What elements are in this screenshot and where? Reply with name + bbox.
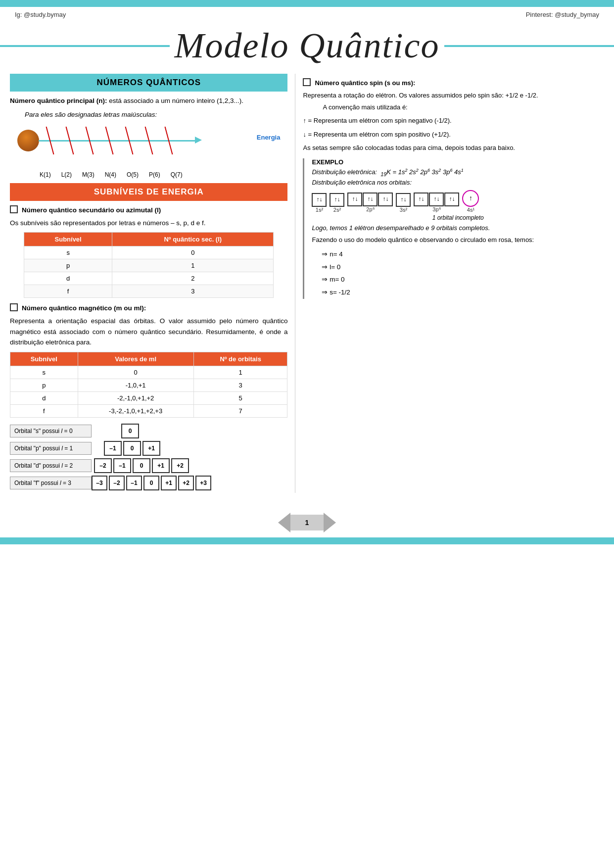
orbital-2s-boxes: ↑↓ — [330, 193, 344, 207]
orbital-2p-label: 2p⁶ — [366, 206, 374, 213]
magnetic-title-text: Número quântico secundário ou azimutal (… — [22, 206, 161, 214]
shell-p: P(6) — [149, 171, 160, 178]
orbital-box: +1 — [142, 441, 160, 456]
footer-bar — [0, 537, 614, 544]
orbital-box: +2 — [171, 458, 189, 473]
orbital-s-label: Orbital "s" possui l = 0 — [10, 425, 92, 437]
exemplo-label: EXEMPLO — [312, 158, 604, 166]
ribbon-right-icon — [324, 513, 336, 532]
spin-desc: Representa a rotação do elétron. Os valo… — [303, 90, 604, 100]
orbital-4s: ↑ 4s¹ — [462, 190, 479, 213]
arrow-head — [195, 137, 202, 144]
content-area: NÚMEROS QUÂNTICOS Número quântico princi… — [0, 69, 614, 498]
spin-up: ↑ = Representa um elétron com spin negat… — [303, 115, 604, 126]
orbital-1s-boxes: ↑↓ — [312, 193, 327, 207]
footer: 1 — [0, 508, 614, 537]
shell-line-4 — [105, 127, 114, 155]
orbital-1s-label: 1s² — [316, 207, 323, 213]
magnetic-desc: Os subníveis são representados por letra… — [10, 218, 287, 229]
orbital-box: +1 — [152, 458, 170, 473]
shell-line-6 — [145, 127, 153, 155]
result-n: ⇒ n= 4 — [322, 248, 604, 261]
shell-labels: K(1) L(2) M(3) N(4) O(5) P(6) Q(7) — [40, 171, 183, 178]
right-column: Número quântico spin (s ou ms): Represen… — [295, 74, 604, 493]
orbital-box: –1 — [104, 441, 122, 456]
table1-col2: Nº quântico sec. (l) — [112, 233, 274, 246]
orbital-box: +1 — [161, 476, 177, 490]
orbital-section: Orbital "s" possui l = 0 0 Orbital "p" p… — [10, 424, 287, 490]
conclusion2: Fazendo o uso do modelo quântico e obser… — [312, 235, 604, 245]
spin-setas: As setas sempre são colocadas todas para… — [303, 143, 604, 153]
magnetic-title: Número quântico secundário ou azimutal (… — [22, 205, 161, 216]
conclusion1: Logo, temos 1 elétron desemparelhado e 9… — [312, 224, 604, 232]
table-row: p-1,0,+13 — [10, 379, 287, 391]
ribbon: 1 — [278, 513, 336, 532]
orbital-d-row: Orbital "d" possui l = 2 –2 –1 0 +1 +2 — [10, 458, 287, 473]
shell-line-3 — [86, 127, 94, 155]
orbital-3p: ↑↓ ↑↓ ↑↓ 3p⁶ — [414, 193, 459, 213]
results: ⇒ n= 4 ⇒ l= 0 ⇒ m= 0 ⇒ s= -1/2 — [322, 248, 604, 299]
energy-label: Energia — [257, 134, 281, 141]
orbital-box: –2 — [94, 458, 112, 473]
arrow-box: ↑↓ — [444, 193, 459, 206]
incomplete-label: 1 orbital incompleto — [312, 214, 604, 221]
distrib1: Distribuição eletrônica: 19K = 1s2 2s2 2… — [312, 168, 604, 177]
orbital-f-row: Orbital "f" possui l = 3 –3 –2 –1 0 +1 +… — [10, 476, 287, 490]
table2-col2: Valores de ml — [78, 352, 193, 366]
orbital-2s-label: 2s² — [333, 207, 341, 213]
spin-down: ↓ = Representa um elétron com spin posit… — [303, 129, 604, 140]
energy-diagram: Energia K(1) L(2) M(3) N(4) — [10, 124, 287, 178]
header-bar — [0, 0, 614, 7]
arrow-box: ↑↓ — [396, 193, 411, 207]
orbital-4s-boxes: ↑ — [462, 190, 479, 207]
table-row: s01 — [10, 366, 287, 379]
arrow-box: ↑↓ — [347, 193, 362, 206]
ig-link: Ig: @study.bymay — [15, 11, 66, 18]
spin-title: Número quântico spin (s ou ms): — [315, 78, 415, 88]
principal-text: Número quântico principal (n): está asso… — [10, 96, 287, 106]
magnetic-table: Subnível Valores de ml Nº de orbitais s0… — [10, 352, 287, 418]
orbital-box: –1 — [126, 476, 142, 490]
orbital-box: 0 — [121, 424, 139, 438]
orbital-3s-label: 3s² — [400, 207, 407, 213]
header-social: Ig: @study.bymay Pinterest: @study_bymay — [0, 7, 614, 20]
orbital-2s: ↑↓ 2s² — [330, 193, 344, 213]
shell-q: Q(7) — [171, 171, 183, 178]
table-row: d-2,-1,0,+1,+25 — [10, 391, 287, 404]
table-row: d2 — [24, 272, 274, 285]
left-column: NÚMEROS QUÂNTICOS Número quântico princi… — [10, 74, 295, 493]
orbital-box: –3 — [92, 476, 107, 490]
shell-n: N(4) — [105, 171, 116, 178]
orbital-box: 0 — [133, 458, 150, 473]
orbital-3p-label: 3p⁶ — [432, 206, 440, 213]
orbital-s-row: Orbital "s" possui l = 0 0 — [10, 424, 287, 438]
orbital-p-row: Orbital "p" possui l = 1 –1 0 +1 — [10, 441, 287, 456]
principal-desc: está associado a um número inteiro (1,2,… — [109, 97, 243, 104]
shell-k: K(1) — [40, 171, 51, 178]
orbital-p-label: Orbital "p" possui l = 1 — [10, 442, 92, 455]
table-row: s0 — [24, 246, 274, 259]
orbital-3s: ↑↓ 3s² — [396, 193, 411, 213]
arrow-box: ↑↓ — [414, 193, 428, 206]
arrow-box-highlighted: ↑ — [462, 190, 479, 207]
principal-title: Número quântico principal (n): — [10, 97, 107, 104]
result-l: ⇒ l= 0 — [322, 261, 604, 274]
spin-checkbox-icon — [303, 78, 311, 86]
orbital-box: +3 — [195, 476, 211, 490]
subnivel-table: Subnível Nº quântico sec. (l) s0 p1 d2 f… — [24, 232, 274, 298]
spin-checkbox-item: Número quântico spin (s ou ms): — [303, 78, 604, 88]
page-number: 1 — [290, 515, 324, 530]
shell-line-2 — [66, 127, 74, 155]
orbital-1s: ↑↓ 1s² — [312, 193, 327, 213]
title-area: Modelo Quântico — [0, 20, 614, 69]
shell-o: O(5) — [127, 171, 139, 178]
arrow-box: ↑↓ — [330, 193, 344, 207]
magnetic-checkbox-item: Número quântico secundário ou azimutal (… — [10, 205, 287, 216]
orbital-3p-boxes: ↑↓ ↑↓ ↑↓ — [414, 193, 459, 206]
table-row: p1 — [24, 259, 274, 272]
spin-title-text: Número quântico spin (s ou ms): — [315, 79, 415, 87]
magnetic2-checkbox-item: Número quântico magnético (m ou ml): — [10, 303, 287, 314]
orbital-s-boxes: 0 — [121, 424, 139, 438]
magnetic2-title: Número quântico magnético (m ou ml): — [22, 303, 146, 314]
distrib2: Distribuição eletrônica nos orbitais: — [312, 179, 604, 186]
